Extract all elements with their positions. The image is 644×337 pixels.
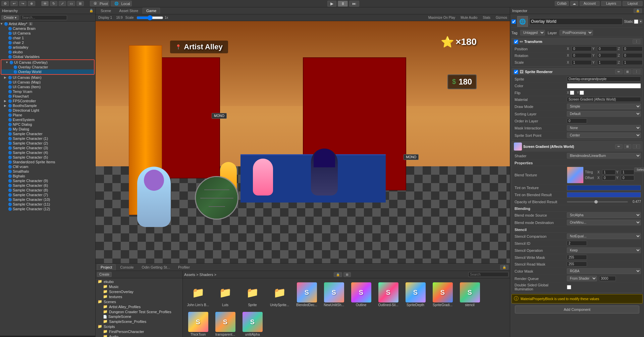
transform-menu-btn[interactable]: ⋮	[633, 39, 640, 44]
project-item-dungeon-crawler[interactable]: 📁Dungeon Crawler Test Scene_Profiles	[96, 309, 182, 314]
stencil-read-input[interactable]	[567, 262, 587, 267]
tab-game[interactable]: Game	[143, 8, 160, 14]
hierarchy-item-temp-vcam[interactable]: 🔵Temp Vcam	[0, 89, 95, 94]
display-btn[interactable]: Display 1	[97, 16, 113, 19]
hierarchy-item-ui-canvas-overlay[interactable]: ▼🔵UI Canvas (Overlay)	[1, 60, 94, 65]
mask-interaction-select[interactable]: None	[567, 125, 641, 131]
select-btn[interactable]: Select	[634, 167, 644, 172]
collab-button[interactable]: Collab	[555, 1, 569, 6]
tiling-y-input[interactable]	[621, 170, 634, 175]
rotate-tool[interactable]: ↻	[50, 1, 57, 6]
assets-options[interactable]: 🔒	[334, 272, 342, 277]
project-item-scripts[interactable]: 📁Scripts	[96, 324, 182, 329]
hierarchy-item-std-sprite[interactable]: 🔵Standardized Sprite Items	[0, 160, 95, 164]
static-checkbox[interactable]	[634, 19, 638, 24]
blend-dest-select[interactable]: OneMinu...	[567, 220, 641, 225]
add-component-button[interactable]: Add Component	[515, 305, 639, 314]
move-tool[interactable]: ✛	[41, 1, 49, 6]
asset-item-sprite-depth[interactable]: SSpriteDepth	[403, 281, 428, 308]
rot-y-input[interactable]	[597, 53, 617, 58]
hierarchy-item-overlay-character[interactable]: 🔵Overlay Character	[1, 65, 94, 69]
hierarchy-item-sample-char-7[interactable]: 🔵Sample Character (7)	[0, 192, 95, 197]
toolbar-icon-1[interactable]: ⚙	[1, 1, 9, 6]
hierarchy-item-sample-char-3[interactable]: 🔵Sample Character (3)	[0, 146, 95, 150]
bottom-panel-icons[interactable]: 🔒	[500, 265, 508, 270]
blend-texture-preview[interactable]	[567, 167, 584, 183]
sprite-input[interactable]	[567, 76, 641, 81]
flip-y-checkbox[interactable]	[580, 91, 584, 95]
tab-project[interactable]: Project	[97, 264, 116, 270]
material-header[interactable]: Screen Gradient (Affects World) ✏ ⊞ ⋮	[512, 142, 642, 152]
maximize-on-play-btn[interactable]: Maximize On Play	[427, 16, 457, 19]
asset-item-transparent[interactable]: Stransparent...	[213, 311, 238, 337]
flip-x-checkbox[interactable]	[570, 91, 574, 95]
hierarchy-item-sample-char-10[interactable]: 🔵Sample Character (10)	[0, 197, 95, 202]
project-item-textures[interactable]: 📁textures	[96, 294, 182, 299]
hierarchy-arrow-ui-canvas-main[interactable]: ▶	[4, 76, 8, 79]
hierarchy-item-sample-char-11[interactable]: 🔵Sample Character (11)	[0, 202, 95, 207]
sprite-renderer-enabled[interactable]	[514, 70, 518, 74]
account-button[interactable]: Account	[580, 1, 600, 6]
pos-z-input[interactable]	[623, 46, 643, 51]
hierarchy-item-bighalo[interactable]: 🔵Bighalo	[0, 174, 95, 178]
scale-y-input[interactable]	[597, 60, 617, 65]
shader-select[interactable]: Blendmodes/LinearBurn	[567, 153, 641, 159]
play-button[interactable]: ▶	[327, 1, 336, 7]
mat-preset-btn[interactable]: ⊞	[624, 144, 631, 149]
hierarchy-item-artist-alley[interactable]: ▼🔵Artist Alley*1	[0, 21, 95, 26]
hierarchy-lock-icon[interactable]: 🔒	[89, 9, 93, 12]
asset-item-unlit-alpha[interactable]: SunlitAlpha	[240, 311, 265, 337]
hierarchy-item-event-system[interactable]: 🔵EventSystem	[0, 117, 95, 122]
tab-console[interactable]: Console	[116, 264, 137, 270]
hierarchy-item-fps-controller[interactable]: ▶🔵FPSController	[0, 99, 95, 103]
pos-y-input[interactable]	[597, 46, 617, 51]
hierarchy-item-overlay-world[interactable]: 🔵Overlay World	[1, 69, 94, 74]
tiling-x-input[interactable]	[602, 170, 615, 175]
sprite-renderer-header[interactable]: 🖼 Sprite Renderer ✏ ⊞ ⋮	[512, 68, 642, 75]
layer-select[interactable]: PostProcessing	[559, 30, 593, 36]
static-dropdown[interactable]: ▾	[639, 19, 643, 23]
hierarchy-resize-handle[interactable]	[0, 336, 95, 337]
tab-scene[interactable]: Scene	[97, 8, 115, 14]
hierarchy-item-sample-char-2[interactable]: 🔵Sample Character (2)	[0, 141, 95, 146]
project-item-ekubo[interactable]: 📁ekubo	[96, 279, 182, 284]
sr-preset-btn[interactable]: ⊞	[624, 69, 631, 74]
double-sided-gi-checkbox[interactable]	[567, 285, 571, 289]
hierarchy-item-plane[interactable]: 🔵Plane	[0, 113, 95, 117]
hierarchy-item-chair1[interactable]: 🔵chair 1	[0, 36, 95, 40]
sr-edit-btn[interactable]: ✏	[615, 69, 623, 74]
asset-item-stencil[interactable]: Sstencil	[457, 281, 482, 308]
project-item-first-person[interactable]: 📁FirstPersonCharacter	[96, 329, 182, 334]
inspector-lock-btn[interactable]: 🔒	[634, 8, 642, 13]
render-queue-source-select[interactable]: From Shader	[567, 276, 597, 281]
opacity-slider[interactable]	[567, 201, 628, 203]
asset-item-sprite-gradi[interactable]: SSpriteGradi...	[430, 281, 455, 308]
hierarchy-item-npc-dialog[interactable]: 🔵NPC Dialog	[0, 122, 95, 127]
hierarchy-item-sample-char-1[interactable]: 🔵Sample Character (1)	[0, 136, 95, 141]
hierarchy-item-global-vars[interactable]: 🔵Global Variables	[0, 54, 95, 59]
hierarchy-arrow-fps-controller[interactable]: ▶	[4, 99, 8, 103]
hierarchy-item-flowchart[interactable]: 🔵Flowchart	[0, 94, 95, 99]
stencil-write-input[interactable]	[567, 255, 587, 260]
asset-item-blended-dec[interactable]: SBlendedDec...	[294, 281, 319, 308]
transform-tool[interactable]: ⊞	[76, 1, 84, 6]
hierarchy-item-ekubo[interactable]: 🔵ekubo	[0, 50, 95, 54]
hierarchy-item-ui-camera[interactable]: 🔵UI Camera	[0, 31, 95, 36]
hierarchy-item-ui-canvas-item[interactable]: 🔵UI Canvas (Item)	[0, 85, 95, 89]
object-name-input[interactable]	[529, 18, 623, 25]
hierarchy-item-cm-vcam[interactable]: 🔵CM vcam	[0, 164, 95, 169]
toolbar-icon-4[interactable]: ⊕	[28, 1, 35, 6]
order-in-layer-input[interactable]	[567, 118, 587, 123]
hierarchy-arrow-booths-sample[interactable]: ▶	[4, 104, 8, 107]
hierarchy-item-smallhalo[interactable]: 🔵Smallhalo	[0, 169, 95, 174]
material-input[interactable]	[567, 97, 641, 102]
hierarchy-item-ui-canvas-main[interactable]: ▶🔵UI Canvas (Main)	[0, 75, 95, 80]
asset-item-sprite[interactable]: 📁Sprite	[240, 281, 265, 308]
project-item-scenes[interactable]: 📁Scenes	[96, 299, 182, 304]
hierarchy-item-artistalley[interactable]: 🔵artistalley	[0, 45, 95, 50]
asset-item-thick-toon[interactable]: SThickToon	[185, 311, 211, 337]
hierarchy-item-sample-char[interactable]: 🔵Sample Character	[0, 131, 95, 136]
color-swatch[interactable]	[567, 83, 641, 89]
project-item-sample-scene[interactable]: 📄SampleScene	[96, 314, 182, 319]
layers-button[interactable]: Layers	[601, 1, 621, 6]
